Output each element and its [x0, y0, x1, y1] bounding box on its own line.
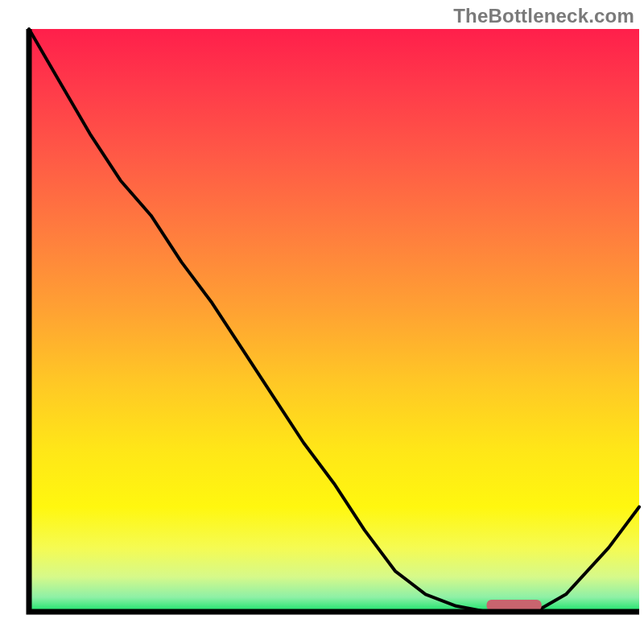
plot-background — [29, 29, 639, 612]
chart-container: TheBottleneck.com — [0, 0, 644, 644]
bottleneck-chart — [0, 0, 644, 644]
